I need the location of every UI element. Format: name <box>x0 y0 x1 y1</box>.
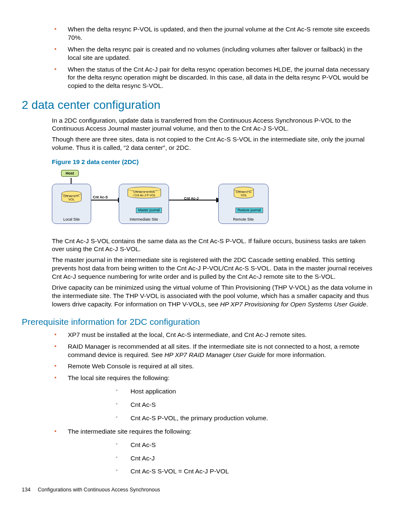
subsection-heading: Prerequisite information for 2DC configu… <box>22 316 377 327</box>
sub-list: Cnt Ac-S Cnt Ac-J Cnt Ac-S S-VOL = Cnt A… <box>68 441 373 476</box>
diagram-volume-icon: Cnt Ac-S S-VOL/ Cnt Ac-J P-VOL <box>128 187 160 198</box>
diagram-site-label: Intermediate Site <box>119 217 169 222</box>
diagram-journal-box: Master journal <box>136 208 162 213</box>
prereq-list: XP7 must be installed at the local, Cnt … <box>22 331 377 476</box>
section-heading: 2 data center configuration <box>22 98 377 113</box>
body-paragraph: Drive capacity can be minimized using th… <box>52 283 377 308</box>
diagram-link-label: Cnt Ac-S <box>93 195 108 200</box>
body-paragraph: In a 2DC configuration, update data is t… <box>52 116 377 133</box>
diagram-link-label: Cnt Ac-J <box>184 196 199 201</box>
body-paragraph: Though there are three sites, data is no… <box>52 135 377 152</box>
diagram-host-box: Host <box>61 170 79 177</box>
diagram-site-label: Local Site <box>52 217 91 222</box>
list-item: The local site requires the following: H… <box>22 374 377 422</box>
body-paragraph: The Cnt Ac-J S-VOL contains the same dat… <box>52 237 377 254</box>
diagram-volume-icon: Cnt Ac-J S-VOL <box>234 187 253 198</box>
diagram-local-site: Cnt Ac-S P-VOL Local Site <box>52 184 91 224</box>
diagram-remote-site: Cnt Ac-J S-VOL Restore journal Remote Si… <box>218 184 269 224</box>
list-item: Remote Web Console is required at all si… <box>22 362 377 370</box>
figure-caption: Figure 19 2 data center (2DC) <box>52 158 377 166</box>
list-item: Cnt Ac-S P-VOL, the primary production v… <box>68 414 373 422</box>
diagram-volume-icon: Cnt Ac-S P-VOL <box>61 191 81 203</box>
diagram-site-label: Remote Site <box>219 217 268 222</box>
list-item: When the status of the Cnt Ac-J pair for… <box>22 65 377 90</box>
sub-list: Host application Cnt Ac-S Cnt Ac-S P-VOL… <box>68 387 373 422</box>
list-item: Cnt Ac-S S-VOL = Cnt Ac-J P-VOL <box>68 467 373 475</box>
list-item: The intermediate site requires the follo… <box>22 427 377 476</box>
list-item: Cnt Ac-J <box>68 454 373 463</box>
list-item: When the delta resync pair is created an… <box>22 45 377 62</box>
diagram-intermediate-site: Cnt Ac-S S-VOL/ Cnt Ac-J P-VOL Master jo… <box>119 184 169 224</box>
list-item: RAID Manager is recommended at all sites… <box>22 342 377 359</box>
list-item: Cnt Ac-S <box>68 441 373 449</box>
figure-diagram: Host Cnt Ac-S P-VOL Local Site Cnt Ac-S … <box>52 169 282 229</box>
page-number: 134 <box>22 486 31 493</box>
diagram-journal-box: Restore journal <box>235 208 263 213</box>
intro-bullet-list: When the delta resync P-VOL is updated, … <box>22 25 377 90</box>
list-item: Cnt Ac-S <box>68 401 373 409</box>
footer-section-title: Configurations with Continuous Access Sy… <box>38 487 160 493</box>
page-footer: 134 Configurations with Continuous Acces… <box>22 486 377 493</box>
list-item: Host application <box>68 387 373 396</box>
list-item: XP7 must be installed at the local, Cnt … <box>22 331 377 339</box>
body-paragraph: The master journal in the intermediate s… <box>52 256 377 281</box>
list-item: When the delta resync P-VOL is updated, … <box>22 25 377 42</box>
